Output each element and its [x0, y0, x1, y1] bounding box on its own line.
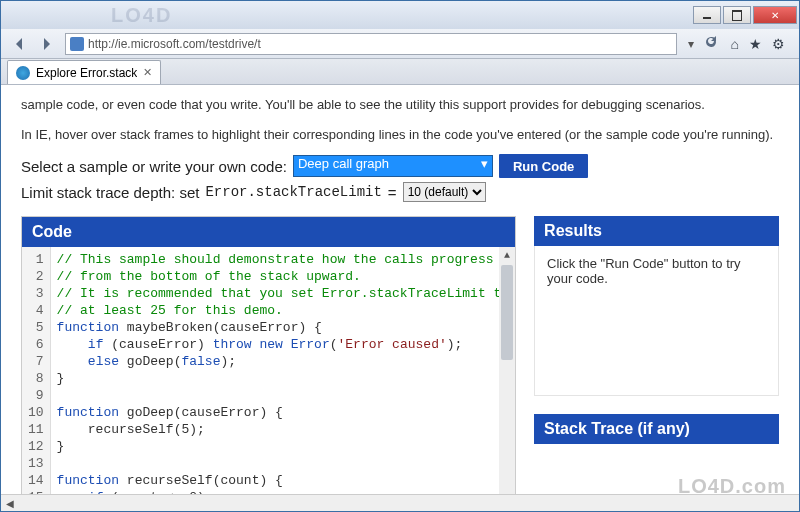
tab-close-icon[interactable]: ✕: [143, 66, 152, 79]
stack-trace-header: Stack Trace (if any): [534, 414, 779, 444]
tab-title: Explore Error.stack: [36, 66, 137, 80]
window-titlebar: LO4D ✕: [1, 1, 799, 29]
intro-line-1: sample code, or even code that you write…: [21, 95, 779, 115]
chevron-down-icon: ▾: [481, 156, 488, 171]
results-header: Results: [534, 216, 779, 246]
back-button[interactable]: [7, 32, 33, 56]
watermark: LO4D.com: [678, 475, 786, 498]
scroll-left-icon[interactable]: ◀: [1, 498, 18, 509]
browser-tab[interactable]: Explore Error.stack ✕: [7, 60, 161, 84]
ie-icon: [16, 66, 30, 80]
code-editor[interactable]: 12345678910111213141516171819202122 // T…: [22, 247, 515, 494]
scroll-up-icon[interactable]: ▲: [499, 247, 515, 263]
close-button[interactable]: ✕: [753, 6, 797, 24]
url-dropdown[interactable]: ▾: [683, 37, 699, 51]
titlebar-bg-text: LO4D: [111, 1, 172, 29]
select-sample-label: Select a sample or write your own code:: [21, 158, 287, 175]
code-gutter: 12345678910111213141516171819202122: [22, 247, 51, 494]
site-icon: [70, 37, 84, 51]
scroll-thumb[interactable]: [501, 265, 513, 360]
address-bar[interactable]: http://ie.microsoft.com/testdrive/t: [65, 33, 677, 55]
results-body: Click the "Run Code" button to try your …: [534, 246, 779, 396]
reload-button[interactable]: [703, 34, 719, 53]
tab-bar: Explore Error.stack ✕: [1, 59, 799, 85]
stack-limit-select[interactable]: 10 (default): [403, 182, 486, 202]
limit-code: Error.stackTraceLimit: [205, 184, 381, 200]
run-code-button[interactable]: Run Code: [499, 154, 588, 178]
minimize-button[interactable]: [693, 6, 721, 24]
code-lines[interactable]: // This sample should demonstrate how th…: [51, 247, 515, 494]
maximize-button[interactable]: [723, 6, 751, 24]
browser-navbar: http://ie.microsoft.com/testdrive/t ▾ ⌂ …: [1, 29, 799, 59]
limit-label-a: Limit stack trace depth: set: [21, 184, 199, 201]
intro-line-2: In IE, hover over stack frames to highli…: [21, 125, 779, 145]
limit-label-b: =: [388, 184, 397, 201]
gear-icon[interactable]: ⚙: [772, 36, 785, 52]
star-icon[interactable]: ★: [749, 36, 762, 52]
code-header: Code: [22, 217, 515, 247]
results-panel: Results Click the "Run Code" button to t…: [534, 216, 779, 396]
page-content: sample code, or even code that you write…: [1, 85, 799, 494]
sample-select[interactable]: Deep call graph▾: [293, 155, 493, 177]
url-text: http://ie.microsoft.com/testdrive/t: [88, 37, 261, 51]
code-panel: Code 12345678910111213141516171819202122…: [21, 216, 516, 494]
code-vertical-scrollbar[interactable]: ▲ ▼: [499, 247, 515, 494]
home-icon[interactable]: ⌂: [731, 36, 739, 52]
forward-button[interactable]: [33, 32, 59, 56]
stack-trace-panel: Stack Trace (if any): [534, 414, 779, 444]
